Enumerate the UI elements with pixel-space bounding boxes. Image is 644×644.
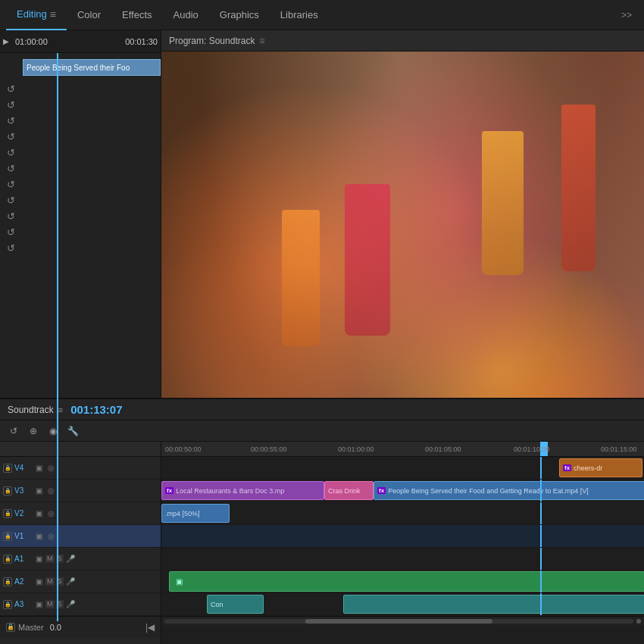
source-timecode-end: 00:01:30 bbox=[125, 37, 158, 46]
track-lock-a2[interactable]: 🔒 bbox=[3, 577, 12, 586]
nav-more-button[interactable]: >> bbox=[615, 10, 638, 20]
timeline-header: Soundtrack ≡ 001:13:07 bbox=[0, 399, 644, 420]
source-clip[interactable]: People Being Served their Foo bbox=[23, 59, 161, 76]
source-control-6[interactable]: ↺ bbox=[3, 163, 18, 174]
track-target-v4[interactable]: ◎ bbox=[45, 464, 56, 472]
track-mic-a1[interactable]: 🎤 bbox=[65, 555, 76, 563]
track-icons-a3: ▣ M S 🎤 bbox=[33, 600, 76, 608]
track-mic-a3[interactable]: 🎤 bbox=[65, 600, 76, 608]
track-lock-v1[interactable]: 🔒 bbox=[3, 532, 12, 541]
master-row: 🔒 Master 0.0 |◀ bbox=[0, 616, 161, 637]
playhead-v2 bbox=[540, 502, 542, 524]
timeline-timecode: 001:13:07 bbox=[70, 403, 122, 416]
source-timecode-start: 01:00:00 bbox=[15, 37, 48, 46]
track-eye-v2[interactable]: ▣ bbox=[33, 509, 44, 517]
tool-marker[interactable]: ◉ bbox=[45, 426, 61, 436]
clip-v3-3[interactable]: fx People Being Served their Food and Ge… bbox=[374, 481, 644, 500]
playhead-a1 bbox=[540, 548, 542, 570]
track-lock-v2[interactable]: 🔒 bbox=[3, 509, 12, 518]
source-control-8[interactable]: ↺ bbox=[3, 195, 18, 206]
track-a2: ▣ bbox=[161, 571, 644, 593]
track-icons-a2: ▣ M S 🎤 bbox=[33, 577, 76, 586]
track-label-v3: V3 bbox=[14, 486, 30, 495]
track-lock-v4[interactable]: 🔒 bbox=[3, 464, 12, 473]
track-mute-a2[interactable]: M bbox=[45, 577, 55, 586]
h-scroll-track[interactable] bbox=[164, 619, 633, 624]
track-mic-a2[interactable]: 🎤 bbox=[65, 577, 76, 586]
clip-a3-2[interactable] bbox=[343, 595, 644, 614]
timeline-menu-icon[interactable]: ≡ bbox=[58, 405, 63, 414]
source-control-11[interactable]: ↺ bbox=[3, 242, 18, 254]
track-label-v2: V2 bbox=[14, 509, 30, 517]
track-lock-a1[interactable]: 🔒 bbox=[3, 555, 12, 564]
track-icon-a2-1[interactable]: ▣ bbox=[33, 577, 44, 586]
track-target-v2[interactable]: ◎ bbox=[45, 509, 56, 517]
playhead-v4 bbox=[540, 457, 542, 479]
fx-badge-v3-1: fx bbox=[165, 487, 174, 494]
clip-v4-1[interactable]: fx cheers-dr bbox=[559, 458, 642, 477]
source-control-9[interactable]: ↺ bbox=[3, 211, 18, 222]
track-header-v2: 🔒 V2 ▣ ◎ bbox=[0, 502, 161, 525]
glass-amber bbox=[482, 131, 524, 275]
clip-v3-1[interactable]: fx Local Restaurants & Bars Doc 3.mp bbox=[161, 481, 324, 500]
source-control-1[interactable]: ↺ bbox=[3, 83, 18, 95]
track-eye-v3[interactable]: ▣ bbox=[33, 486, 44, 495]
timeline-body: 🔒 V4 ▣ ◎ 🔒 V3 ▣ ◎ 🔒 V2 bbox=[0, 442, 644, 644]
track-icons-v2: ▣ ◎ bbox=[33, 509, 56, 517]
scroll-circle[interactable] bbox=[636, 619, 641, 624]
nav-item-graphics[interactable]: Graphics bbox=[209, 0, 270, 30]
clip-a3-1[interactable]: Con bbox=[207, 595, 264, 614]
nav-item-editing[interactable]: Editing ≡ bbox=[6, 0, 67, 30]
playhead-v1 bbox=[540, 525, 542, 547]
track-a3: Con bbox=[161, 593, 644, 616]
track-target-v3[interactable]: ◎ bbox=[45, 486, 56, 495]
track-icon-a1-1[interactable]: ▣ bbox=[33, 555, 44, 563]
program-menu-icon[interactable]: ≡ bbox=[259, 36, 264, 46]
track-target-v1[interactable]: ◎ bbox=[45, 532, 56, 540]
track-icons-a1: ▣ M S 🎤 bbox=[33, 555, 76, 563]
track-eye-v1[interactable]: ▣ bbox=[33, 532, 44, 540]
clip-v2-1[interactable]: .mp4 [50%] bbox=[161, 504, 230, 523]
source-control-5[interactable]: ↺ bbox=[3, 147, 18, 158]
nav-item-color[interactable]: Color bbox=[67, 0, 111, 30]
clip-a2-1[interactable]: ▣ bbox=[169, 571, 644, 592]
source-control-3[interactable]: ↺ bbox=[3, 115, 18, 127]
source-control-7[interactable]: ↺ bbox=[3, 179, 18, 190]
tool-snap[interactable]: ⊕ bbox=[26, 426, 41, 436]
source-play-icon[interactable]: ▶ bbox=[3, 37, 9, 45]
source-control-4[interactable]: ↺ bbox=[3, 131, 18, 142]
track-lock-master[interactable]: 🔒 bbox=[6, 623, 15, 632]
glass-orange bbox=[282, 210, 320, 346]
timeline-scrollbar bbox=[161, 616, 644, 625]
editing-menu-icon: ≡ bbox=[50, 8, 56, 20]
h-scroll-thumb[interactable] bbox=[305, 619, 493, 624]
master-nav-icon[interactable]: |◀ bbox=[145, 622, 155, 633]
track-header-a1: 🔒 A1 ▣ M S 🎤 bbox=[0, 548, 161, 571]
track-a1 bbox=[161, 548, 644, 571]
source-control-10[interactable]: ↺ bbox=[3, 227, 18, 238]
track-label-a1: A1 bbox=[14, 555, 30, 563]
ruler-label-4: 00:01:05:00 bbox=[425, 445, 461, 453]
track-mute-a1[interactable]: M bbox=[45, 555, 55, 563]
track-lock-a3[interactable]: 🔒 bbox=[3, 600, 12, 609]
nav-item-audio[interactable]: Audio bbox=[163, 0, 209, 30]
nav-item-effects[interactable]: Effects bbox=[111, 0, 163, 30]
track-icon-a3-1[interactable]: ▣ bbox=[33, 600, 44, 608]
timeline-toolbar: ↺ ⊕ ◉ 🔧 bbox=[0, 420, 644, 442]
master-label: Master bbox=[18, 623, 44, 632]
ruler-label-2: 00:00:55:00 bbox=[251, 445, 287, 453]
clip-v3-2[interactable]: Cras Drink bbox=[324, 481, 374, 500]
playhead-a2 bbox=[540, 571, 542, 592]
track-mute-a3[interactable]: M bbox=[45, 600, 55, 608]
track-eye-v4[interactable]: ▣ bbox=[33, 464, 44, 472]
track-icons-v3: ▣ ◎ bbox=[33, 486, 56, 495]
top-nav: Editing ≡ Color Effects Audio Graphics L… bbox=[0, 0, 644, 30]
track-lock-v3[interactable]: 🔒 bbox=[3, 486, 12, 496]
track-header-v1: 🔒 V1 ▣ ◎ bbox=[0, 525, 161, 548]
nav-item-libraries[interactable]: Libraries bbox=[270, 0, 329, 30]
track-header-a3: 🔒 A3 ▣ M S 🎤 bbox=[0, 593, 161, 616]
tool-undo[interactable]: ↺ bbox=[6, 426, 21, 436]
tool-settings[interactable]: 🔧 bbox=[65, 426, 80, 436]
source-control-2[interactable]: ↺ bbox=[3, 99, 18, 111]
track-header-v3: 🔒 V3 ▣ ◎ bbox=[0, 480, 161, 502]
